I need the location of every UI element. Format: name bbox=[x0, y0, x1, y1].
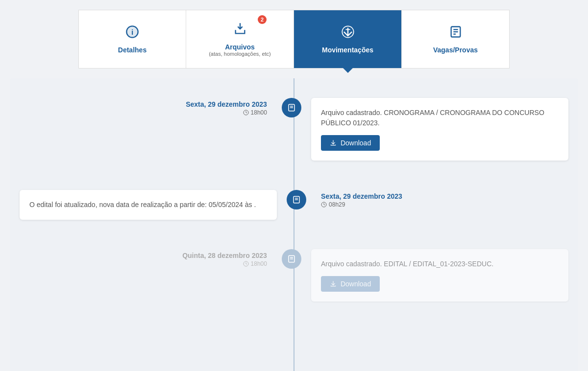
tab-arquivos-sublabel: (atas, homologações, etc) bbox=[209, 51, 271, 57]
event1-date: Sexta, 29 dezembro 2023 bbox=[20, 100, 267, 108]
arquivos-badge: 2 bbox=[258, 15, 267, 24]
timeline-event-1: Sexta, 29 dezembro 2023 18h00 Arquivo ca… bbox=[20, 98, 568, 161]
event3-card: Arquivo cadastrado. EDITAL / EDITAL_01-2… bbox=[311, 249, 568, 301]
event1-card: Arquivo cadastrado. CRONOGRAMA / CRONOGR… bbox=[311, 98, 568, 161]
tab-vagas[interactable]: Vagas/Provas bbox=[402, 10, 510, 69]
event3-time: 18h00 bbox=[20, 260, 267, 267]
event1-time: 18h00 bbox=[20, 109, 267, 116]
clock-icon-2 bbox=[321, 202, 327, 208]
timeline-event-3: Quinta, 28 dezembro 2023 18h00 Arquivo c… bbox=[20, 249, 568, 301]
event2-date: Sexta, 29 dezembro 2023 bbox=[321, 192, 568, 200]
arquivos-icon bbox=[233, 22, 247, 39]
event3-date: Quinta, 28 dezembro 2023 bbox=[20, 252, 267, 259]
event3-date-container: Quinta, 28 dezembro 2023 18h00 bbox=[20, 249, 277, 267]
clock-icon-1 bbox=[243, 110, 249, 116]
tab-arquivos-label: Arquivos bbox=[225, 43, 255, 51]
download-icon-3 bbox=[330, 280, 337, 287]
download-icon-1 bbox=[330, 139, 337, 146]
tab-arquivos[interactable]: 2 Arquivos (atas, homologações, etc) bbox=[186, 10, 294, 69]
detalhes-icon: i bbox=[125, 25, 139, 42]
event2-card-text: O edital foi atualizado, nova data de re… bbox=[29, 200, 267, 210]
event2-node bbox=[287, 190, 306, 209]
download-label-3: Download bbox=[341, 280, 371, 288]
svg-text:i: i bbox=[131, 27, 133, 36]
download-label-1: Download bbox=[341, 139, 371, 147]
timeline-event-2: O edital foi atualizado, nova data de re… bbox=[20, 190, 568, 220]
vagas-icon bbox=[449, 25, 463, 42]
event2-time: 08h29 bbox=[321, 201, 568, 208]
event2-date-container: Sexta, 29 dezembro 2023 08h29 bbox=[311, 190, 568, 208]
download-button-1[interactable]: Download bbox=[321, 135, 380, 151]
tabs-container: i Detalhes 2 Arquivos (atas, homologaçõe… bbox=[0, 0, 588, 69]
event1-card-text: Arquivo cadastrado. CRONOGRAMA / CRONOGR… bbox=[321, 108, 559, 128]
event3-node bbox=[282, 249, 301, 269]
movimentacoes-icon bbox=[341, 25, 355, 42]
event3-card-text: Arquivo cadastrado. EDITAL / EDITAL_01-2… bbox=[321, 259, 559, 269]
tab-movimentacoes-label: Movimentações bbox=[322, 46, 373, 54]
tab-detalhes[interactable]: i Detalhes bbox=[78, 10, 186, 69]
download-button-3[interactable]: Download bbox=[321, 276, 380, 292]
event1-date-container: Sexta, 29 dezembro 2023 18h00 bbox=[20, 98, 277, 116]
tab-vagas-label: Vagas/Provas bbox=[433, 46, 478, 54]
event1-node bbox=[282, 98, 301, 117]
clock-icon-3 bbox=[243, 261, 249, 267]
tab-movimentacoes[interactable]: Movimentações bbox=[294, 10, 402, 69]
tab-detalhes-label: Detalhes bbox=[118, 46, 147, 54]
event2-card: O edital foi atualizado, nova data de re… bbox=[20, 190, 277, 220]
timeline-container: Sexta, 29 dezembro 2023 18h00 Arquivo ca… bbox=[10, 78, 578, 371]
